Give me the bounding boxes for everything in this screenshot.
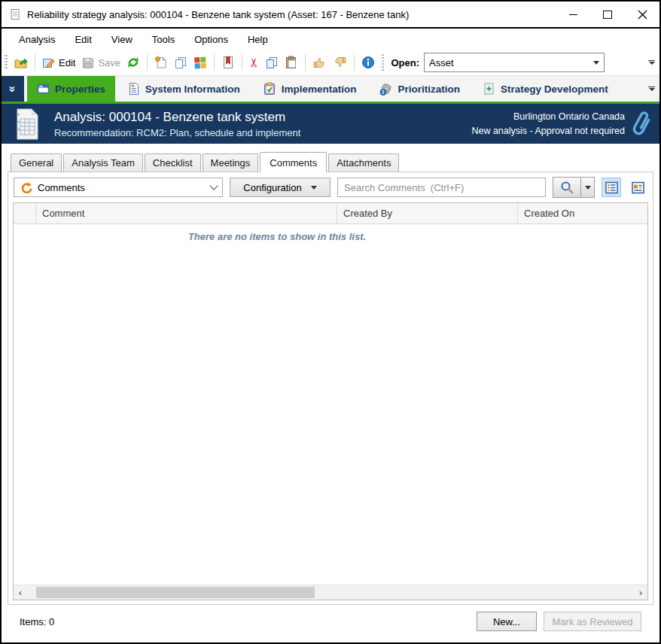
new-item-button[interactable] bbox=[151, 54, 171, 71]
window-properties-icon bbox=[37, 83, 50, 95]
save-icon bbox=[81, 56, 95, 69]
ribbon-overflow-icon bbox=[648, 87, 655, 87]
scroll-right-arrow[interactable]: › bbox=[634, 586, 647, 599]
open-asset-value: Asset bbox=[429, 57, 593, 68]
app-window: Reliability strategy analysis: 000104 - … bbox=[0, 0, 661, 644]
collapse-ribbon-button[interactable]: » bbox=[2, 76, 24, 102]
column-created-by[interactable]: Created By bbox=[337, 203, 518, 223]
close-icon bbox=[638, 10, 647, 20]
tab-prioritization-label: Prioritization bbox=[398, 84, 461, 95]
configuration-button[interactable]: Configuration bbox=[230, 178, 330, 197]
list-view-button[interactable] bbox=[602, 178, 621, 197]
strategy-development-icon bbox=[483, 82, 495, 96]
tab-attachments[interactable]: Attachments bbox=[328, 153, 399, 172]
info-button[interactable] bbox=[358, 54, 378, 71]
refresh-button[interactable] bbox=[123, 54, 143, 71]
tab-properties[interactable]: Properties bbox=[27, 76, 115, 102]
scroll-left-arrow[interactable]: ‹ bbox=[14, 586, 27, 599]
open-item-icon bbox=[14, 56, 28, 69]
search-icon bbox=[560, 181, 574, 194]
copy-button[interactable] bbox=[262, 54, 282, 71]
banner-location: Burlington Ontario Canada bbox=[471, 110, 625, 124]
mark-as-reviewed-button[interactable]: Mark as Reviewed bbox=[544, 612, 641, 631]
tab-system-information[interactable]: System Information bbox=[118, 76, 250, 102]
window-title: Reliability strategy analysis: 000104 - … bbox=[27, 9, 556, 20]
tab-prioritization[interactable]: Prioritization bbox=[370, 76, 471, 102]
analysis-banner: Analysis: 000104 - Benzene tank system R… bbox=[2, 104, 659, 144]
toolbar-separator bbox=[354, 54, 355, 71]
column-comment[interactable]: Comment bbox=[36, 203, 337, 223]
thumbs-up-button[interactable] bbox=[309, 54, 330, 71]
tab-meetings[interactable]: Meetings bbox=[203, 153, 259, 172]
tab-strategy-development[interactable]: Strategy Development bbox=[473, 76, 618, 102]
banner-title: Analysis: 000104 - Benzene tank system bbox=[54, 110, 471, 125]
column-created-on[interactable]: Created On bbox=[518, 203, 647, 223]
comments-view-selector[interactable]: Comments bbox=[14, 178, 223, 197]
comments-list: Comment Created By Created On There are … bbox=[13, 202, 648, 600]
open-item-button[interactable] bbox=[11, 54, 31, 71]
ribbon-tab-strip: » Properties System Information Implemen… bbox=[2, 76, 659, 104]
minimize-icon bbox=[569, 14, 577, 15]
edit-button-label: Edit bbox=[59, 57, 75, 68]
status-bar: Items: 0 New... Mark as Reviewed bbox=[8, 605, 653, 642]
open-label: Open: bbox=[391, 57, 419, 68]
cut-button[interactable]: ✂ bbox=[246, 55, 262, 70]
prioritization-gear-icon bbox=[379, 82, 393, 96]
refresh-icon bbox=[126, 56, 140, 69]
edit-button[interactable]: Edit bbox=[39, 54, 78, 71]
scrollbar-thumb[interactable] bbox=[36, 587, 315, 598]
banner-text: Analysis: 000104 - Benzene tank system R… bbox=[54, 110, 471, 138]
close-button[interactable] bbox=[625, 2, 659, 27]
windows-button[interactable] bbox=[190, 54, 210, 71]
search-comments-input[interactable] bbox=[337, 178, 546, 197]
chevron-down-icon bbox=[585, 186, 591, 190]
comments-toolbar: Comments Configuration bbox=[8, 172, 653, 202]
save-button[interactable]: Save bbox=[78, 54, 123, 71]
cut-icon: ✂ bbox=[248, 57, 260, 67]
new-button[interactable]: New... bbox=[477, 612, 537, 631]
ribbon-overflow-button[interactable] bbox=[648, 87, 655, 91]
report-icon bbox=[221, 56, 235, 69]
menu-help[interactable]: Help bbox=[238, 31, 278, 48]
tab-system-information-label: System Information bbox=[145, 84, 240, 95]
banner-info: Burlington Ontario Canada New analysis -… bbox=[471, 110, 625, 138]
maximize-button[interactable] bbox=[590, 2, 625, 27]
info-icon bbox=[361, 56, 375, 69]
menu-tools[interactable]: Tools bbox=[142, 31, 184, 48]
detail-tab-bar: General Analysis Team Checklist Meetings… bbox=[2, 150, 659, 172]
column-selector[interactable] bbox=[14, 203, 36, 223]
toolbar-separator bbox=[35, 54, 35, 71]
toolbar-separator bbox=[382, 54, 384, 71]
windows-icon bbox=[193, 56, 207, 69]
open-asset-dropdown[interactable]: Asset bbox=[424, 53, 605, 72]
menu-edit[interactable]: Edit bbox=[65, 31, 101, 48]
paperclip-icon[interactable] bbox=[631, 107, 653, 141]
tab-implementation[interactable]: Implementation bbox=[253, 76, 367, 102]
title-bar: Reliability strategy analysis: 000104 - … bbox=[2, 2, 659, 29]
menu-bar: Analysis Edit View Tools Options Help bbox=[2, 29, 659, 50]
paste-button[interactable] bbox=[282, 54, 301, 71]
tab-comments[interactable]: Comments bbox=[260, 152, 327, 172]
copy-icon bbox=[265, 56, 279, 69]
toolbar-grip[interactable] bbox=[5, 55, 8, 70]
thumbs-down-button[interactable] bbox=[330, 54, 350, 71]
list-body: There are no items to show in this list. bbox=[14, 224, 647, 585]
horizontal-scrollbar[interactable]: ‹ › bbox=[14, 585, 647, 600]
report-button[interactable] bbox=[218, 54, 238, 71]
toolbar-overflow-button[interactable] bbox=[648, 60, 655, 65]
copy-item-button[interactable] bbox=[171, 54, 190, 71]
minimize-button[interactable] bbox=[556, 2, 590, 27]
spacer bbox=[2, 144, 659, 150]
tab-general[interactable]: General bbox=[11, 153, 62, 172]
search-button[interactable] bbox=[553, 178, 580, 197]
menu-analysis[interactable]: Analysis bbox=[9, 31, 65, 48]
tab-checklist[interactable]: Checklist bbox=[145, 153, 201, 172]
paste-icon bbox=[285, 56, 298, 69]
menu-options[interactable]: Options bbox=[184, 31, 238, 48]
chevron-down-icon bbox=[311, 186, 317, 190]
copy-item-icon bbox=[174, 56, 187, 69]
tab-analysis-team[interactable]: Analysis Team bbox=[63, 153, 143, 172]
detail-view-button[interactable] bbox=[628, 178, 647, 197]
search-options-button[interactable] bbox=[580, 178, 594, 197]
menu-view[interactable]: View bbox=[102, 31, 142, 48]
